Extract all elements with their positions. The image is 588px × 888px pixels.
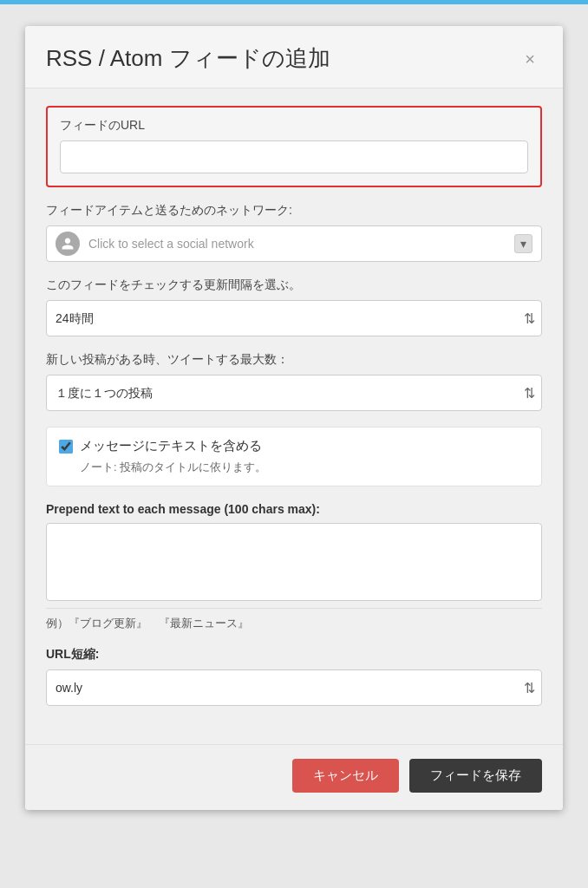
prepend-text-label: Prepend text to each message (100 chars …	[46, 502, 542, 516]
modal-footer: キャンセル フィードを保存	[25, 744, 563, 810]
social-network-label: フィードアイテムと送るためのネットワーク:	[46, 203, 542, 219]
prepend-text-example: 例）『ブログ更新』 『最新ニュース』	[46, 608, 542, 631]
close-button[interactable]: ×	[518, 47, 542, 71]
max-posts-wrapper: １度に１つの投稿 １度に２つの投稿 １度に３つの投稿 制限なし ⇅	[46, 375, 542, 411]
include-text-checkbox[interactable]	[59, 440, 73, 454]
social-network-icon	[56, 232, 80, 256]
feed-url-input[interactable]	[60, 140, 528, 173]
social-network-selector[interactable]: Click to select a social network ▾	[46, 225, 542, 262]
check-interval-section: このフィードをチェックする更新間隔を選ぶ。 24時間 12時間 6時間 1時間 …	[46, 278, 542, 336]
save-button[interactable]: フィードを保存	[409, 759, 542, 793]
check-interval-wrapper: 24時間 12時間 6時間 1時間 ⇅	[46, 300, 542, 336]
include-text-section: メッセージにテキストを含める ノート: 投稿のタイトルに依ります。	[46, 427, 542, 486]
max-posts-select[interactable]: １度に１つの投稿 １度に２つの投稿 １度に３つの投稿 制限なし	[46, 375, 542, 411]
include-text-note: ノート: 投稿のタイトルに依ります。	[80, 460, 529, 475]
prepend-text-section: Prepend text to each message (100 chars …	[46, 502, 542, 631]
check-interval-label: このフィードをチェックする更新間隔を選ぶ。	[46, 278, 542, 293]
prepend-text-textarea[interactable]	[46, 523, 542, 601]
social-network-placeholder: Click to select a social network	[88, 237, 514, 251]
url-shortener-select[interactable]: ow.ly bit.ly none	[46, 669, 542, 706]
social-network-section: フィードアイテムと送るためのネットワーク: Click to select a …	[46, 203, 542, 262]
feed-url-label: フィードのURL	[60, 118, 528, 134]
max-posts-section: 新しい投稿がある時、ツイートする最大数： １度に１つの投稿 １度に２つの投稿 １…	[46, 352, 542, 411]
check-interval-select[interactable]: 24時間 12時間 6時間 1時間	[46, 300, 542, 336]
url-shortener-label: URL短縮:	[46, 647, 542, 663]
include-text-label: メッセージにテキストを含める	[80, 438, 262, 454]
url-shortener-section: URL短縮: ow.ly bit.ly none ⇅	[46, 647, 542, 706]
social-network-dropdown-arrow: ▾	[514, 234, 532, 253]
modal-title: RSS / Atom フィードの追加	[46, 43, 330, 74]
url-shortener-wrapper: ow.ly bit.ly none ⇅	[46, 669, 542, 706]
cancel-button[interactable]: キャンセル	[292, 759, 399, 793]
max-posts-label: 新しい投稿がある時、ツイートする最大数：	[46, 352, 542, 368]
feed-url-section: フィードのURL	[46, 106, 542, 187]
include-text-row: メッセージにテキストを含める	[59, 438, 529, 454]
